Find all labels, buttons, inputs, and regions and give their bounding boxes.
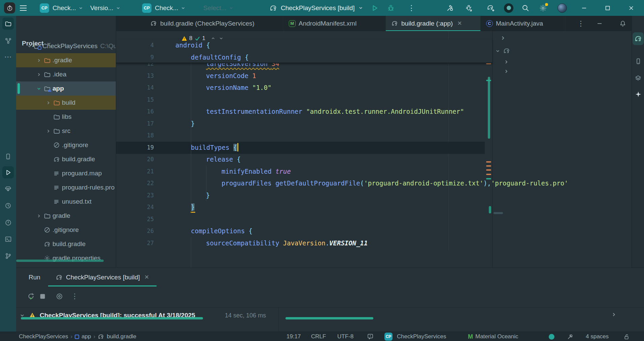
search-everywhere-icon[interactable] [521, 0, 529, 16]
run-console-horizontal-scrollbar[interactable] [285, 317, 373, 319]
next-problem-icon[interactable] [219, 36, 224, 41]
chevron-right-icon[interactable] [36, 209, 41, 223]
tree-item-CheckPlayServices[interactable]: CheckPlayServicesC:\Quan [16, 39, 116, 53]
tab-options-button[interactable]: ⋮ [577, 16, 584, 31]
chevron-right-icon[interactable] [46, 124, 51, 138]
tree-item-unused.txt[interactable]: unused.txt [16, 195, 116, 209]
app-inspection-button[interactable] [2, 183, 14, 195]
filter-output-button[interactable] [54, 291, 65, 302]
tab-build.gradle(:app)[interactable]: build.gradle (:app)✕ [386, 16, 481, 31]
line-number: 4 [116, 39, 154, 52]
expand-chevron-icon[interactable] [611, 312, 617, 317]
code-editor[interactable]: 12targetSdkVersion 3413versionCode 114ve… [116, 31, 632, 268]
rerun-button[interactable] [26, 291, 36, 302]
device-manager-tool-button[interactable] [633, 55, 644, 68]
tree-item-.gradle[interactable]: .gradle [16, 53, 116, 67]
tree-item-.gitignore[interactable]: .gitignore [16, 223, 116, 237]
tree-item-.idea[interactable]: .idea [16, 67, 116, 81]
notifications-bell-icon[interactable] [619, 16, 626, 31]
settings-gear-icon[interactable] [539, 0, 547, 16]
tab-MainActivity.java[interactable]: CMainActivity.java [481, 16, 566, 31]
lock-icon[interactable] [623, 332, 630, 341]
tree-item-build.gradle[interactable]: build.gradle [16, 152, 116, 166]
tree-item-build[interactable]: build [16, 96, 116, 110]
close-button[interactable] [623, 0, 639, 16]
debug-button[interactable] [387, 0, 395, 16]
close-icon[interactable]: ✕ [457, 20, 462, 27]
chevron-down-icon[interactable] [27, 39, 32, 53]
minimize-button[interactable] [576, 0, 592, 16]
gradle-panel-toolbar[interactable] [495, 47, 510, 55]
encoding-widget[interactable]: UTF-8 [337, 332, 353, 341]
expand-chevron-icon[interactable] [504, 69, 509, 74]
chevron-down-icon[interactable] [36, 81, 41, 96]
problems-tool-button[interactable] [2, 216, 14, 229]
tree-item-proguard-rules.pro[interactable]: proguard-rules.pro [16, 180, 116, 195]
run-tool-button[interactable] [2, 166, 14, 178]
layers-tool-button[interactable] [633, 72, 644, 84]
hide-panel-chevron-icon[interactable] [500, 35, 506, 41]
expand-chevron-icon[interactable] [504, 59, 509, 65]
git-tool-button[interactable] [2, 250, 14, 262]
ai-assistant-tool-button[interactable] [633, 88, 644, 101]
run-configuration-selector[interactable]: CheckPlayServices [build] [269, 0, 355, 16]
gradle-sync-icon[interactable] [486, 0, 495, 16]
indent-widget[interactable]: 4 spaces [586, 332, 609, 341]
chevron-right-icon[interactable] [46, 96, 51, 110]
terminal-tool-button[interactable] [2, 233, 14, 245]
prev-problem-icon[interactable] [211, 36, 215, 41]
breadcrumb[interactable]: CheckPlayServices › app › build.gradle [19, 332, 136, 341]
notifications-icon[interactable] [367, 332, 374, 341]
hide-editor-button[interactable] [597, 16, 602, 31]
inspection-widget[interactable]: 8 1 [181, 34, 224, 43]
breadcrumb-file[interactable]: build.gradle [107, 333, 136, 340]
editor-scrollbar-mini[interactable] [489, 206, 491, 213]
editor-vertical-scrollbar[interactable] [488, 77, 490, 139]
avatar[interactable] [557, 0, 567, 16]
device-manager-button[interactable] [2, 150, 14, 163]
more-tool-windows-button[interactable]: ⋯ [2, 51, 14, 63]
gradle-tool-button[interactable] [633, 32, 644, 45]
main-menu-button[interactable] [20, 0, 27, 16]
tree-item-app[interactable]: app [16, 81, 116, 96]
close-icon[interactable]: ✕ [144, 274, 149, 281]
chevron-right-icon[interactable] [36, 67, 41, 81]
run-config-chevron[interactable] [358, 0, 363, 16]
tab-build.gradle(CheckPlayServices)[interactable]: build.gradle (CheckPlayServices) [145, 16, 283, 31]
project-widget[interactable]: CP CheckPlayServices [384, 332, 446, 341]
breadcrumb-project[interactable]: CheckPlayServices [19, 333, 68, 340]
chevron-right-icon[interactable] [36, 53, 41, 67]
run-tab[interactable]: CheckPlayServices [build] ✕ [48, 268, 157, 286]
version-selector[interactable]: Versio... [90, 0, 121, 16]
device-selector[interactable]: Select... [203, 0, 234, 16]
project-selector[interactable]: CP Check... [40, 0, 83, 16]
cursor-position-widget[interactable]: 19:17 [286, 332, 301, 341]
project-tool-button[interactable] [2, 18, 14, 30]
tree-item-libs[interactable]: libs [16, 110, 116, 124]
stop-button[interactable] [37, 291, 48, 302]
project-horizontal-scrollbar[interactable] [16, 260, 104, 262]
tab-AndroidManifest.xml[interactable]: MAndroidManifest.xml [283, 16, 386, 31]
module-selector[interactable]: CP Check... [142, 0, 185, 16]
profiler-tool-button[interactable] [2, 200, 14, 212]
run-button[interactable] [371, 0, 378, 16]
attach-debugger-icon[interactable] [465, 0, 473, 16]
tree-item-gradle[interactable]: gradle [16, 209, 116, 223]
theme-widget[interactable]: M Material Oceanic [468, 332, 518, 341]
more-options-button[interactable]: ⋮ [69, 291, 80, 302]
theme-pin-icon[interactable] [567, 332, 573, 341]
structure-tool-button[interactable] [2, 35, 14, 47]
line-separator-widget[interactable]: CRLF [311, 332, 326, 341]
breadcrumb-module[interactable]: app [81, 333, 91, 340]
more-actions-button[interactable]: ⋮ [408, 0, 415, 16]
running-devices-icon[interactable] [504, 0, 513, 16]
tree-item-build.gradle[interactable]: build.gradle [16, 237, 116, 251]
tree-item-src[interactable]: src [16, 124, 116, 138]
maximize-button[interactable] [600, 0, 615, 16]
tree-item-.gitignore[interactable]: .gitignore [16, 138, 116, 152]
run-tree-horizontal-scrollbar[interactable] [21, 317, 203, 319]
status-indicator-dot[interactable] [549, 332, 554, 341]
build-button[interactable] [446, 0, 454, 16]
tree-item-proguard.map[interactable]: proguard.map [16, 166, 116, 180]
tree-item-gradle.properties[interactable]: gradle.properties [16, 251, 116, 265]
